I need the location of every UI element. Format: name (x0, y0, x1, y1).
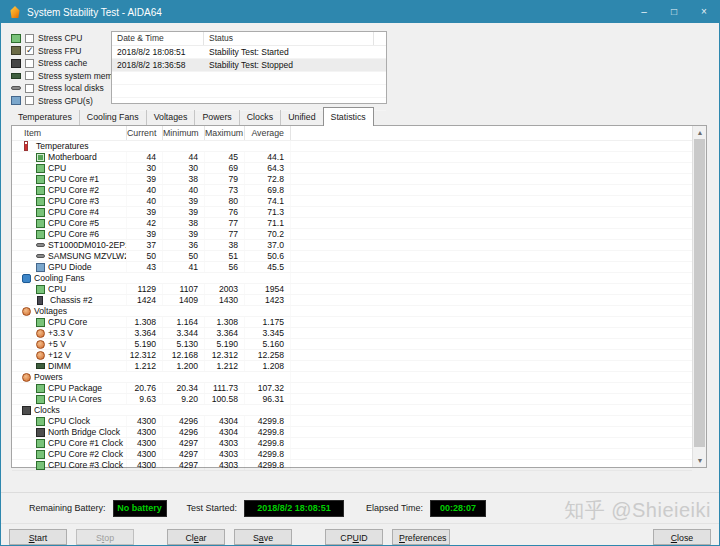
row-maximum-cell: 56 (204, 262, 244, 272)
row-item-cell: SAMSUNG MZVLW2... (12, 251, 126, 261)
row-filler (290, 262, 692, 272)
log-col-status[interactable]: Status (204, 32, 374, 45)
table-row[interactable]: Temperatures (12, 141, 692, 152)
vertical-scrollbar[interactable]: ▲ ▼ (692, 126, 706, 467)
col-maximum[interactable]: Maximum (204, 126, 244, 140)
col-minimum[interactable]: Minimum (162, 126, 204, 140)
table-row[interactable]: Voltages (12, 306, 692, 317)
col-item[interactable]: Item (12, 126, 126, 140)
start-button[interactable]: Start (9, 529, 67, 545)
maximize-icon[interactable]: □ (659, 1, 689, 23)
table-row[interactable]: SAMSUNG MZVLW2...50505150.6 (12, 251, 692, 262)
col-average[interactable]: Average (244, 126, 290, 140)
checkbox[interactable] (25, 34, 34, 43)
minimize-icon[interactable]: – (629, 1, 659, 23)
table-row[interactable]: Powers (12, 372, 692, 383)
stress-option[interactable]: Stress system memory (11, 70, 111, 82)
tab-cooling-fans[interactable]: Cooling Fans (80, 110, 147, 125)
table-row[interactable]: CPU Core #2 Clock4300429743034299.8 (12, 449, 692, 460)
save-button[interactable]: Save (234, 529, 292, 545)
stress-option[interactable]: Stress local disks (11, 82, 111, 94)
checkbox[interactable] (25, 59, 34, 68)
close-icon[interactable]: × (689, 1, 719, 23)
row-current-cell: 3.364 (126, 328, 162, 338)
row-label: CPU Core #3 (48, 196, 99, 206)
row-maximum-cell: 4303 (204, 449, 244, 459)
preferences-button[interactable]: Preferences (392, 529, 450, 545)
log-row[interactable]: 2018/8/2 18:36:58Stability Test: Stopped (112, 59, 386, 72)
table-row[interactable]: CPU Core #139387972.8 (12, 174, 692, 185)
checkbox[interactable] (25, 84, 34, 93)
row-maximum-cell: 1.212 (204, 361, 244, 371)
clear-button[interactable]: Clear (167, 529, 225, 545)
tab-clocks[interactable]: Clocks (240, 110, 281, 125)
table-row[interactable]: Motherboard44444544.1 (12, 152, 692, 163)
log-row[interactable]: 2018/8/2 18:08:51Stability Test: Started (112, 46, 386, 59)
table-row[interactable]: CPU30306964.3 (12, 163, 692, 174)
row-item-cell: Clocks (12, 405, 126, 415)
row-filler (290, 163, 692, 173)
row-filler (290, 416, 692, 426)
row-label: Voltages (34, 306, 67, 316)
table-row[interactable]: +3.3 V3.3643.3443.3643.345 (12, 328, 692, 339)
checkbox[interactable] (25, 71, 34, 80)
table-row[interactable]: CPU Core #639397770.2 (12, 229, 692, 240)
table-row[interactable]: +12 V12.31212.16812.31212.258 (12, 350, 692, 361)
table-row[interactable]: +5 V5.1905.1305.1905.160 (12, 339, 692, 350)
row-minimum-cell: 5.130 (162, 339, 204, 349)
log-col-datetime[interactable]: Date & Time (112, 32, 204, 45)
row-minimum-cell: 30 (162, 163, 204, 173)
tab-temperatures[interactable]: Temperatures (11, 110, 80, 125)
row-item-cell: CPU Core #4 (12, 207, 126, 217)
table-row[interactable]: Chassis #21424140914301423 (12, 295, 692, 306)
cpu-icon (36, 285, 45, 294)
stress-option[interactable]: Stress GPU(s) (11, 95, 111, 107)
stress-option[interactable]: Stress FPU (11, 45, 111, 57)
table-row[interactable]: CPU Core #3 Clock4300429743034299.8 (12, 460, 692, 471)
scroll-up-icon[interactable]: ▲ (693, 126, 707, 139)
table-row[interactable]: CPU Clock4300429643044299.8 (12, 416, 692, 427)
table-row[interactable]: CPU Core #439397671.3 (12, 207, 692, 218)
close-button[interactable]: Close (653, 529, 711, 545)
row-minimum-cell: 36 (162, 240, 204, 250)
tab-voltages[interactable]: Voltages (147, 110, 196, 125)
table-row[interactable]: Cooling Fans (12, 273, 692, 284)
row-item-cell: CPU (12, 284, 126, 294)
stress-options: Stress CPUStress FPUStress cacheStress s… (11, 32, 111, 107)
table-row[interactable]: GPU Diode43415645.5 (12, 262, 692, 273)
table-row[interactable]: CPU Core1.3081.1641.3081.175 (12, 317, 692, 328)
cpuid-button[interactable]: CPUID (325, 529, 383, 545)
checkbox[interactable] (25, 46, 34, 55)
scrollbar-thumb[interactable] (694, 139, 705, 447)
table-row[interactable]: CPU IA Cores9.639.20100.5896.31 (12, 394, 692, 405)
table-row[interactable]: CPU Core #542387771.1 (12, 218, 692, 229)
table-row[interactable]: Clocks (12, 405, 692, 416)
scroll-down-icon[interactable]: ▼ (693, 454, 707, 467)
tab-statistics[interactable]: Statistics (323, 107, 374, 126)
row-minimum-cell: 4297 (162, 460, 204, 470)
table-row[interactable]: CPU Core #1 Clock4300429743034299.8 (12, 438, 692, 449)
row-average-cell: 4299.8 (244, 427, 290, 437)
col-current[interactable]: Current (126, 126, 162, 140)
table-row[interactable]: North Bridge Clock4300429643044299.8 (12, 427, 692, 438)
battery-value: No battery (113, 500, 167, 517)
table-row[interactable]: CPU Package20.7620.34111.73107.32 (12, 383, 692, 394)
row-filler (290, 438, 692, 448)
stress-option-label: Stress CPU (38, 33, 82, 43)
tab-unified[interactable]: Unified (281, 110, 323, 125)
table-row[interactable]: CPU Core #240407369.8 (12, 185, 692, 196)
row-item-cell: CPU Clock (12, 416, 126, 426)
stress-option[interactable]: Stress CPU (11, 32, 111, 44)
stress-option[interactable]: Stress cache (11, 57, 111, 69)
row-average-cell: 45.5 (244, 262, 290, 272)
event-log-table[interactable]: Date & Time Status 2018/8/2 18:08:51Stab… (111, 31, 387, 104)
table-row[interactable]: ST1000DM010-2EP10237363837.0 (12, 240, 692, 251)
checkbox[interactable] (25, 96, 34, 105)
table-row[interactable]: CPU Core #340398074.1 (12, 196, 692, 207)
tab-powers[interactable]: Powers (195, 110, 239, 125)
row-label: CPU Core #4 (48, 207, 99, 217)
table-row[interactable]: CPU1129110720031954 (12, 284, 692, 295)
table-row[interactable]: DIMM1.2121.2001.2121.208 (12, 361, 692, 372)
row-item-cell: CPU Core #5 (12, 218, 126, 228)
button-row: StartStopClearSaveCPUIDPreferencesClose (9, 528, 711, 545)
